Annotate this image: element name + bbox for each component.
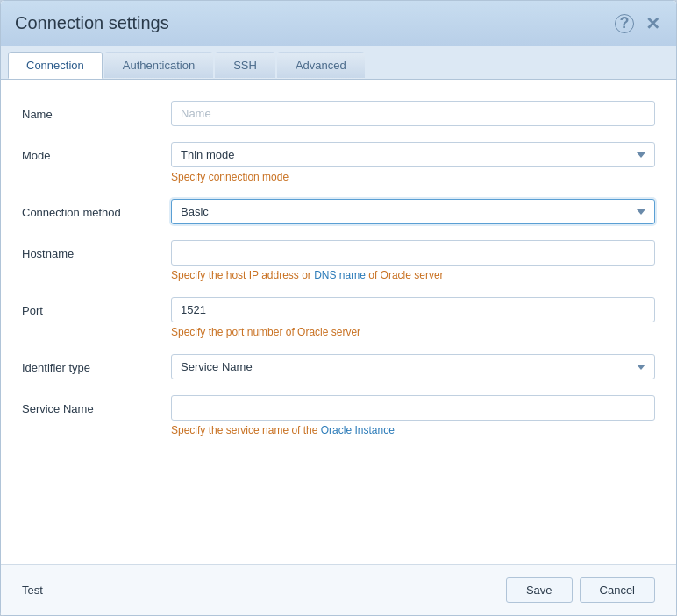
name-row: Name	[22, 101, 655, 126]
service-name-hint-link: Oracle Instance	[321, 424, 395, 436]
identifier-type-select[interactable]: Service Name SID	[171, 354, 655, 379]
connection-method-select[interactable]: Basic URL	[171, 199, 655, 224]
connection-method-row: Connection method Basic URL	[22, 199, 655, 224]
hostname-input[interactable]	[171, 240, 655, 266]
service-name-hint: Specify the service name of the Oracle I…	[171, 424, 655, 436]
mode-label: Mode	[22, 142, 171, 162]
hostname-hint: Specify the host IP address or DNS name …	[171, 269, 655, 281]
hostname-label: Hostname	[22, 240, 171, 260]
identifier-type-row: Identifier type Service Name SID	[22, 354, 655, 379]
service-name-input[interactable]	[171, 395, 655, 421]
identifier-type-label: Identifier type	[22, 354, 171, 374]
footer-right: Save Cancel	[506, 577, 655, 603]
mode-select[interactable]: Thin mode OCI mode	[171, 142, 655, 167]
mode-control: Thin mode OCI mode Specify connection mo…	[171, 142, 655, 183]
name-input[interactable]	[171, 101, 655, 126]
service-name-row: Service Name Specify the service name of…	[22, 395, 655, 436]
dialog-body: Name Mode Thin mode OCI mode Specify con…	[1, 80, 676, 564]
tab-ssh[interactable]: SSH	[215, 52, 275, 79]
tabs-bar: Connection Authentication SSH Advanced	[1, 46, 676, 80]
port-input[interactable]	[171, 297, 655, 322]
mode-row: Mode Thin mode OCI mode Specify connecti…	[22, 142, 655, 183]
port-control: Specify the port number of Oracle server	[171, 297, 655, 338]
tab-authentication[interactable]: Authentication	[104, 52, 213, 79]
service-name-control: Specify the service name of the Oracle I…	[171, 395, 655, 436]
save-button[interactable]: Save	[506, 577, 573, 603]
dialog-header: Connection settings ? ✕	[1, 1, 676, 46]
port-row: Port Specify the port number of Oracle s…	[22, 297, 655, 338]
cancel-button[interactable]: Cancel	[580, 577, 655, 603]
name-control	[171, 101, 655, 126]
dialog-title: Connection settings	[15, 13, 169, 33]
dialog-footer: Test Save Cancel	[1, 564, 676, 615]
tab-connection[interactable]: Connection	[8, 52, 103, 79]
service-name-label: Service Name	[22, 395, 171, 415]
close-icon[interactable]: ✕	[643, 14, 662, 33]
identifier-type-control: Service Name SID	[171, 354, 655, 379]
hostname-hint-link: DNS name	[314, 269, 366, 281]
hostname-control: Specify the host IP address or DNS name …	[171, 240, 655, 281]
test-button[interactable]: Test	[22, 578, 43, 602]
connection-method-control: Basic URL	[171, 199, 655, 224]
help-icon[interactable]: ?	[615, 14, 634, 33]
mode-hint: Specify connection mode	[171, 171, 655, 183]
header-icons: ? ✕	[615, 14, 662, 33]
connection-settings-dialog: Connection settings ? ✕ Connection Authe…	[0, 0, 677, 616]
tab-advanced[interactable]: Advanced	[277, 52, 365, 79]
port-label: Port	[22, 297, 171, 317]
port-hint: Specify the port number of Oracle server	[171, 326, 655, 338]
connection-method-label: Connection method	[22, 199, 171, 219]
hostname-row: Hostname Specify the host IP address or …	[22, 240, 655, 281]
name-label: Name	[22, 101, 171, 121]
